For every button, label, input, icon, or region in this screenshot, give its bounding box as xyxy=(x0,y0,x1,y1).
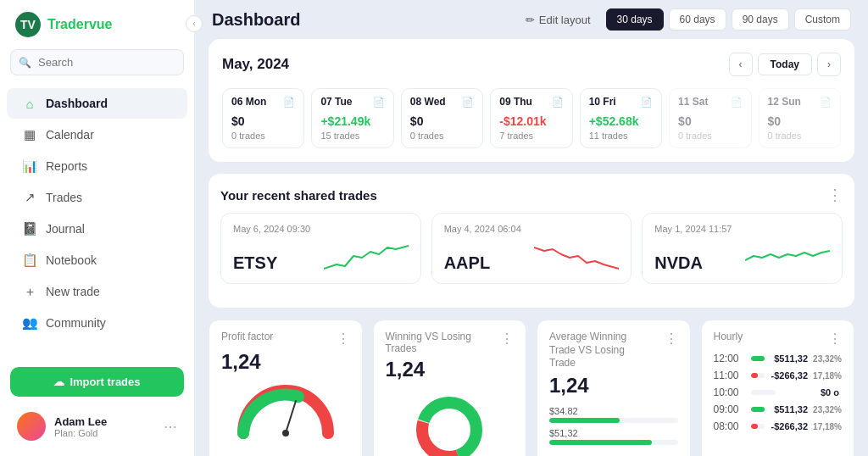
calendar-icon: ▦ xyxy=(22,127,37,142)
doc-icon: 📄 xyxy=(731,97,743,108)
main-content: Dashboard ✏ Edit layout 30 days 60 days … xyxy=(195,0,868,456)
recent-trades-header: Your recent shared trades ⋮ xyxy=(220,186,843,204)
sidebar-item-journal[interactable]: 📓 Journal xyxy=(7,214,187,244)
hourly-row: 10:00 $0 o xyxy=(714,384,843,401)
doc-icon: 📄 xyxy=(283,97,295,108)
hourly-bar-fill xyxy=(751,424,758,429)
avatar xyxy=(17,412,46,441)
day-card-mon[interactable]: 06 Mon📄 $0 0 trades xyxy=(222,88,304,148)
doc-icon: 📄 xyxy=(462,97,474,108)
calendar-section: May, 2024 ‹ Today › 06 Mon📄 $0 0 trades … xyxy=(209,39,854,162)
day-card-fri[interactable]: 10 Fri📄 +$52.68k 11 trades xyxy=(580,88,662,148)
period-custom-button[interactable]: Custom xyxy=(794,8,851,31)
sidebar-item-community[interactable]: 👥 Community xyxy=(7,308,187,338)
period-30-button[interactable]: 30 days xyxy=(606,8,664,31)
widget-avg-winning: Average Winning Trade VS Losing Trade ⋮ … xyxy=(537,320,691,456)
search-input[interactable] xyxy=(10,49,184,75)
topbar: Dashboard ✏ Edit layout 30 days 60 days … xyxy=(195,0,868,39)
donut-chart xyxy=(411,392,487,456)
doc-icon: 📄 xyxy=(820,97,832,108)
today-button[interactable]: Today xyxy=(758,53,812,75)
calendar-next-button[interactable]: › xyxy=(817,53,841,76)
hourly-row: 09:00 $511,32 23,32% xyxy=(714,401,843,418)
svg-line-0 xyxy=(286,401,296,433)
period-90-button[interactable]: 90 days xyxy=(732,8,789,31)
sidebar-item-dashboard[interactable]: ⌂ Dashboard xyxy=(7,88,187,119)
avg-bar-green2 xyxy=(549,440,652,445)
import-trades-button[interactable]: ☁ Import trades xyxy=(10,367,184,397)
recent-trades-title: Your recent shared trades xyxy=(220,188,377,203)
trade-card-aapl[interactable]: May 4, 2024 06:04 AAPL xyxy=(431,213,632,284)
sidebar-collapse-button[interactable]: ‹ xyxy=(186,15,203,32)
doc-icon: 📄 xyxy=(552,97,564,108)
search-container: 🔍 xyxy=(10,49,184,75)
sidebar-item-calendar[interactable]: ▦ Calendar xyxy=(7,120,187,150)
user-profile: Adam Lee Plan: Gold ⋯ xyxy=(10,407,184,446)
svg-point-1 xyxy=(282,430,289,437)
hourly-more-button[interactable]: ⋮ xyxy=(828,331,842,347)
edit-layout-button[interactable]: ✏ Edit layout xyxy=(526,14,591,26)
sidebar-item-notebook[interactable]: 📋 Notebook xyxy=(7,245,187,275)
logo-text: Tradervue xyxy=(47,17,113,32)
widget-winning-losing: Winning VS Losing Trades ⋮ 1,24 xyxy=(373,320,527,456)
sidebar-item-label: Community xyxy=(46,316,106,330)
etsy-chart xyxy=(324,239,409,273)
widgets-row: Profit factor ⋮ 1,24 xyxy=(209,320,854,456)
hourly-row: 11:00 -$266,32 17,18% xyxy=(714,367,843,384)
recent-trades-section: Your recent shared trades ⋮ May 6, 2024 … xyxy=(209,174,854,308)
widget-profit-factor: Profit factor ⋮ 1,24 xyxy=(209,320,363,456)
hourly-bar-fill xyxy=(751,373,758,378)
sidebar-item-label: Notebook xyxy=(46,253,97,267)
winning-losing-more-button[interactable]: ⋮ xyxy=(500,331,514,347)
avg-bar-green xyxy=(549,418,620,423)
doc-icon: 📄 xyxy=(373,97,385,108)
hourly-bar-fill xyxy=(751,356,765,361)
calendar-month: May, 2024 xyxy=(222,56,289,73)
sidebar-item-label: Journal xyxy=(46,222,85,236)
sidebar-bottom: ☁ Import trades Adam Lee Plan: Gold ⋯ xyxy=(0,357,194,456)
day-card-sun: 12 Sun📄 $0 0 trades xyxy=(759,88,841,148)
journal-icon: 📓 xyxy=(22,221,37,236)
sidebar-item-label: Reports xyxy=(46,159,87,173)
calendar-nav: ‹ Today › xyxy=(729,53,841,76)
logo-icon: TV xyxy=(15,12,41,37)
day-cards: 06 Mon📄 $0 0 trades 07 Tue📄 +$21.49k 15 … xyxy=(222,88,841,148)
sidebar-item-label: New trade xyxy=(46,285,100,298)
day-card-thu[interactable]: 09 Thu📄 -$12.01k 7 trades xyxy=(490,88,572,148)
search-icon: 🔍 xyxy=(19,57,31,69)
hourly-rows: 12:00 $511,32 23,32% 11:00 -$266,32 17,1… xyxy=(714,350,843,435)
recent-trades-more-button[interactable]: ⋮ xyxy=(827,186,843,204)
day-card-sat: 11 Sat📄 $0 0 trades xyxy=(669,88,751,148)
trade-card-nvda[interactable]: May 1, 2024 11:57 NVDA xyxy=(642,213,843,284)
sidebar-item-label: Calendar xyxy=(46,128,94,142)
pencil-icon: ✏ xyxy=(526,14,535,26)
hourly-row: 08:00 -$266,32 17,18% xyxy=(714,418,843,435)
user-name: Adam Lee xyxy=(54,415,155,428)
sidebar-nav: ⌂ Dashboard ▦ Calendar 📊 Reports ↗ Trade… xyxy=(0,87,194,339)
user-plan: Plan: Gold xyxy=(54,428,155,438)
profit-factor-more-button[interactable]: ⋮ xyxy=(337,331,350,347)
trade-card-etsy[interactable]: May 6, 2024 09:30 ETSY xyxy=(220,213,421,284)
sidebar-item-reports[interactable]: 📊 Reports xyxy=(7,151,187,181)
day-card-wed[interactable]: 08 Wed📄 $0 0 trades xyxy=(401,88,483,148)
cloud-upload-icon: ☁ xyxy=(53,375,64,388)
user-more-button[interactable]: ⋯ xyxy=(164,419,177,435)
nvda-chart xyxy=(745,239,830,273)
hourly-bar-fill xyxy=(751,407,765,412)
sidebar-item-label: Trades xyxy=(46,191,82,204)
community-icon: 👥 xyxy=(22,315,37,331)
page-title: Dashboard xyxy=(212,10,300,30)
sidebar-item-new-trade[interactable]: ＋ New trade xyxy=(7,276,187,307)
widget-hourly: Hourly ⋮ 12:00 $511,32 23,32% 11:00 -$26… xyxy=(701,320,855,456)
topbar-right: ✏ Edit layout 30 days 60 days 90 days Cu… xyxy=(526,8,851,31)
calendar-prev-button[interactable]: ‹ xyxy=(729,53,753,76)
aapl-chart xyxy=(534,239,619,273)
day-card-tue[interactable]: 07 Tue📄 +$21.49k 15 trades xyxy=(311,88,393,148)
bar-chart-icon: 📊 xyxy=(22,158,37,174)
new-trade-icon: ＋ xyxy=(22,284,37,299)
sidebar-item-trades[interactable]: ↗ Trades xyxy=(7,182,187,213)
doc-icon: 📄 xyxy=(641,97,653,108)
avg-winning-more-button[interactable]: ⋮ xyxy=(665,331,678,347)
logo: TV Tradervue xyxy=(0,12,194,49)
period-60-button[interactable]: 60 days xyxy=(669,8,726,31)
